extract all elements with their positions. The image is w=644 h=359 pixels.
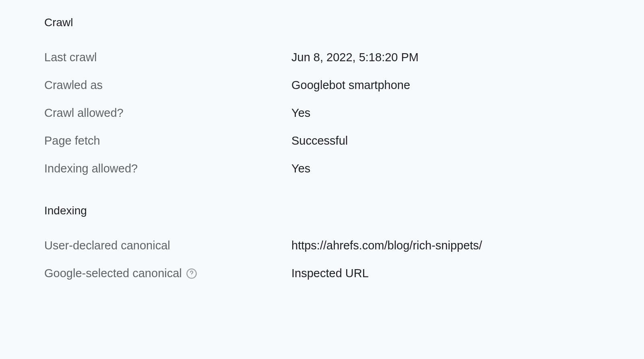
crawl-allowed-row: Crawl allowed? Yes	[44, 106, 600, 120]
indexing-allowed-value: Yes	[291, 162, 310, 175]
crawled-as-row: Crawled as Googlebot smartphone	[44, 79, 600, 92]
crawled-as-label: Crawled as	[44, 79, 291, 92]
user-canonical-value: https://ahrefs.com/blog/rich-snippets/	[291, 239, 482, 252]
indexing-heading: Indexing	[44, 204, 600, 217]
crawl-allowed-label: Crawl allowed?	[44, 106, 291, 120]
page-fetch-value: Successful	[291, 134, 348, 147]
crawl-heading: Crawl	[44, 16, 600, 29]
crawl-allowed-value: Yes	[291, 106, 310, 120]
page-fetch-label: Page fetch	[44, 134, 291, 147]
google-canonical-label: Google-selected canonical	[44, 267, 291, 280]
crawl-indexing-panel: Crawl Last crawl Jun 8, 2022, 5:18:20 PM…	[0, 0, 644, 311]
crawled-as-value: Googlebot smartphone	[291, 79, 410, 92]
indexing-allowed-label: Indexing allowed?	[44, 162, 291, 175]
google-canonical-row: Google-selected canonical Inspected URL	[44, 267, 600, 280]
last-crawl-label: Last crawl	[44, 51, 291, 64]
svg-point-1	[191, 276, 192, 276]
google-canonical-value: Inspected URL	[291, 267, 369, 280]
indexing-allowed-row: Indexing allowed? Yes	[44, 162, 600, 175]
last-crawl-row: Last crawl Jun 8, 2022, 5:18:20 PM	[44, 51, 600, 64]
last-crawl-value: Jun 8, 2022, 5:18:20 PM	[291, 51, 419, 64]
user-canonical-row: User-declared canonical https://ahrefs.c…	[44, 239, 600, 252]
page-fetch-row: Page fetch Successful	[44, 134, 600, 147]
google-canonical-label-text: Google-selected canonical	[44, 267, 182, 280]
help-icon[interactable]	[186, 268, 197, 279]
user-canonical-label: User-declared canonical	[44, 239, 291, 252]
